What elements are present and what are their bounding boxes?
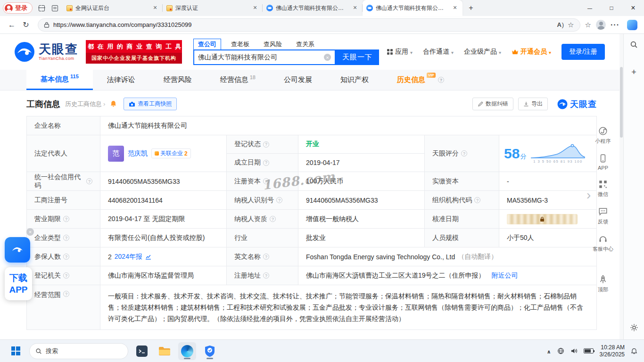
help-icon[interactable] xyxy=(63,272,69,279)
taskbar-app-terminal[interactable] xyxy=(133,342,151,360)
favorite-star-icon[interactable] xyxy=(568,21,574,29)
feedback-button[interactable]: 反馈 xyxy=(598,207,608,225)
help-icon[interactable] xyxy=(263,178,269,184)
maximize-button[interactable] xyxy=(601,0,622,16)
minimize-button[interactable] xyxy=(579,0,601,16)
taskbar-search[interactable]: 搜索 xyxy=(29,343,128,359)
address-bar[interactable]: https://www.tianyancha.com/company/33310… xyxy=(38,18,580,32)
profile-icon[interactable] xyxy=(596,20,606,30)
taskbar-app-security[interactable] xyxy=(201,342,219,360)
read-aloud-icon[interactable] xyxy=(557,21,564,28)
nav-cooperation[interactable]: 合作通道 xyxy=(423,48,454,56)
help-icon[interactable] xyxy=(263,141,269,148)
search-tab-risk[interactable]: 查风险 xyxy=(259,39,286,49)
app-download-button[interactable]: APP xyxy=(598,154,608,171)
tab-operation[interactable]: 经营信息18 xyxy=(206,70,270,90)
search-button[interactable]: 天眼一下 xyxy=(336,49,379,65)
search-tab-relation[interactable]: 查关系 xyxy=(292,39,319,49)
related-companies-pill[interactable]: 关联企业 2 xyxy=(151,148,191,158)
notification-bell-icon[interactable] xyxy=(631,348,637,354)
nearby-companies-link[interactable]: 附近公司 xyxy=(492,272,518,280)
network-globe-icon[interactable] xyxy=(557,347,564,354)
export-button[interactable]: 导出 xyxy=(518,98,548,110)
nav-apps[interactable]: 应用 xyxy=(387,48,413,56)
help-icon[interactable] xyxy=(263,160,269,166)
search-tab-boss[interactable]: 查老板 xyxy=(227,39,254,49)
bell-icon[interactable] xyxy=(110,100,117,107)
table-next-chevron-icon[interactable] xyxy=(586,188,591,203)
site-login-button[interactable]: 登录/注册 xyxy=(561,44,605,60)
help-icon[interactable] xyxy=(461,150,467,156)
help-icon[interactable] xyxy=(263,272,269,279)
hidden-icons-chevron[interactable] xyxy=(547,347,551,355)
legal-rep-name-link[interactable]: 范庆凯 xyxy=(128,149,148,158)
nav-enterprise[interactable]: 企业级产品 xyxy=(464,48,501,56)
clear-search-icon[interactable] xyxy=(324,54,331,61)
snapshot-button[interactable]: 查看工商快照 xyxy=(124,98,177,110)
sidebar-add-icon[interactable] xyxy=(631,67,636,77)
browser-tab-3[interactable]: 佛山通大节能科技有限公司_相关 xyxy=(263,0,363,16)
help-icon[interactable] xyxy=(438,77,444,83)
tab-basic-info[interactable]: 基本信息115 xyxy=(26,70,93,90)
wechat-qr-button[interactable]: 微信 xyxy=(598,180,608,198)
page-scrollbar[interactable] xyxy=(619,34,623,339)
back-to-top-button[interactable]: 顶部 xyxy=(598,275,608,293)
annual-report-link[interactable]: 2024年报 xyxy=(115,253,142,261)
legal-rep-avatar[interactable]: 范 xyxy=(108,146,124,162)
help-icon[interactable] xyxy=(276,197,282,203)
taskbar-app-file-explorer[interactable] xyxy=(156,342,173,360)
tab-history[interactable]: 历史信息VIP xyxy=(383,70,458,90)
start-button[interactable] xyxy=(7,342,25,360)
browser-tab-1[interactable]: 全网认证后台 xyxy=(63,0,163,16)
tab-close-icon[interactable] xyxy=(151,4,159,12)
data-correction-button[interactable]: 数据纠错 xyxy=(472,98,513,110)
browser-tab-4-active[interactable]: 佛山通大节能科技有限公司 - 天眼 xyxy=(363,0,462,16)
new-tab-button[interactable] xyxy=(464,1,478,15)
customer-service-button[interactable]: 客服中心 xyxy=(593,234,613,253)
search-tab-company[interactable]: 查公司 xyxy=(193,39,221,49)
help-icon[interactable] xyxy=(63,235,69,241)
browser-menu-icon[interactable] xyxy=(611,21,619,29)
close-widget-icon[interactable] xyxy=(26,228,34,236)
help-icon[interactable] xyxy=(63,216,69,222)
back-button[interactable] xyxy=(5,18,19,32)
browser-tab-2[interactable]: 深度认证 xyxy=(163,0,263,16)
nav-vip[interactable]: 开通会员 xyxy=(512,48,551,56)
download-app-button[interactable]: 下载 APP xyxy=(5,267,32,300)
trend-chart-icon[interactable] xyxy=(145,254,151,260)
help-icon[interactable] xyxy=(270,216,276,222)
sidebar-settings-gear-icon[interactable] xyxy=(630,323,638,332)
search-input[interactable] xyxy=(198,54,324,61)
battery-icon[interactable] xyxy=(584,348,594,354)
locked-value[interactable] xyxy=(507,214,578,224)
browser-login-button[interactable]: 登录 xyxy=(3,2,33,14)
tab-close-icon[interactable] xyxy=(351,4,359,12)
tab-ip[interactable]: 知识产权 xyxy=(326,70,383,90)
tab-development[interactable]: 公司发展 xyxy=(270,70,326,90)
mini-program-button[interactable]: 小程序 xyxy=(595,126,611,145)
scrollbar-thumb[interactable] xyxy=(620,67,623,138)
tab-legal[interactable]: 法律诉讼 xyxy=(93,70,149,90)
taskbar-app-edge[interactable] xyxy=(178,342,196,360)
sidebar-search-icon[interactable] xyxy=(630,41,638,49)
tab-close-icon[interactable] xyxy=(451,4,459,12)
volume-icon[interactable] xyxy=(570,347,578,354)
help-icon[interactable] xyxy=(263,254,269,260)
help-icon[interactable] xyxy=(86,178,92,184)
copilot-icon[interactable] xyxy=(627,20,637,30)
help-icon[interactable] xyxy=(63,254,69,260)
tab-risk[interactable]: 经营风险 xyxy=(149,70,206,90)
reload-button[interactable] xyxy=(19,18,33,32)
favorites-menu-icon[interactable] xyxy=(585,21,591,29)
tianyancha-logo[interactable]: 天眼查 TianYanCha.com xyxy=(14,41,78,62)
history-biz-link[interactable]: 历史工商信息 xyxy=(65,100,105,108)
help-icon[interactable] xyxy=(474,197,480,203)
app-logo-button[interactable] xyxy=(5,237,30,263)
taskbar-clock[interactable]: 10:28 AM 3/26/2025 xyxy=(600,344,625,358)
tab-close-icon[interactable] xyxy=(251,4,259,12)
workspaces-icon[interactable] xyxy=(35,2,48,14)
help-icon[interactable] xyxy=(63,291,69,297)
close-button[interactable] xyxy=(622,0,644,16)
tab-actions-icon[interactable] xyxy=(49,2,61,14)
value-tyc-score[interactable]: 58分 1 3 5 50 65 81 93 100 xyxy=(499,135,597,172)
